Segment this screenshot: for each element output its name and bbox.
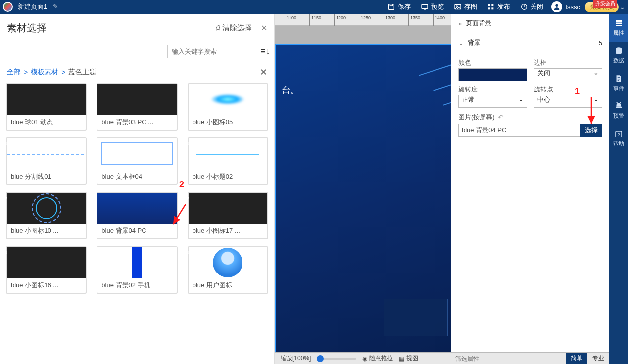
image-path-input[interactable] xyxy=(458,124,580,136)
asset-card[interactable]: 系统 blue 背景02 手机 xyxy=(97,246,177,294)
color-swatch[interactable] xyxy=(458,68,527,81)
asset-card[interactable]: blue 背景03 PC ... xyxy=(97,83,177,131)
tab-simple[interactable]: 简单 xyxy=(566,353,587,364)
free-drag-toggle[interactable]: ◉随意拖拉 xyxy=(362,354,393,363)
tab-pro[interactable]: 专业 xyxy=(587,353,609,364)
upgrade-badge[interactable]: 升级会员 xyxy=(593,0,617,8)
asset-thumb xyxy=(189,84,267,115)
group-title: 背景 xyxy=(468,38,481,47)
svg-rect-6 xyxy=(488,7,490,9)
zoom-slider[interactable] xyxy=(317,358,356,360)
asset-label: blue 小图标17 ... xyxy=(189,224,267,238)
crumb-all[interactable]: 全部 xyxy=(7,68,21,77)
user-menu-chevron-icon[interactable]: ⌄ xyxy=(619,3,628,11)
design-canvas[interactable]: 台。 xyxy=(275,26,451,352)
page-title: 新建页面1 xyxy=(18,3,47,10)
asset-panel-title: 素材选择 xyxy=(7,21,47,35)
sort-button[interactable]: ≡↓ xyxy=(256,42,274,61)
ruler-horizontal: 1100 1150 1200 1250 1300 1350 1400 xyxy=(275,14,451,26)
asset-label: blue 分割线01 xyxy=(7,169,86,184)
preview-button[interactable]: 预览 xyxy=(416,0,449,14)
asset-thumb xyxy=(7,193,86,224)
crumb-templates[interactable]: 模板素材 xyxy=(31,68,58,77)
properties-footer: 简单 专业 xyxy=(451,352,609,364)
chevron-down-icon: ⌄ xyxy=(518,95,524,103)
save-button[interactable]: 保存 xyxy=(383,0,416,14)
save-label: 保存 xyxy=(398,2,411,11)
preview-label: 预览 xyxy=(431,2,444,11)
svg-rect-7 xyxy=(492,7,494,9)
properties-body: 颜色 边框 关闭⌄ 旋转度 正常⌄ 旋转点 中心⌄ 图片(按屏幕) ↶ 选择 xyxy=(451,52,609,142)
asset-thumb xyxy=(189,193,267,224)
tab-properties[interactable]: 属性 xyxy=(609,14,628,42)
asset-label: blue 球01 动态 xyxy=(7,115,86,130)
asset-label: blue 小标题02 xyxy=(189,169,267,184)
chevron-down-icon: ⌄ xyxy=(458,39,464,46)
edit-title-icon[interactable]: ✎ xyxy=(53,3,58,10)
asset-label: blue 背景03 PC ... xyxy=(97,115,176,130)
asset-panel: 素材选择 ⎙ 清除选择 ✕ ≡↓ 全部 > 模板素材 > 蓝色主题 ✕ blue… xyxy=(0,14,275,364)
asset-card[interactable]: blue 小图标05 xyxy=(188,83,268,131)
asset-card[interactable]: 系统 blue 分割线01 xyxy=(6,137,87,185)
asset-card[interactable]: 系统 blue 文本框04 xyxy=(97,137,177,185)
minimap[interactable] xyxy=(384,299,448,336)
user-avatar[interactable] xyxy=(551,1,562,12)
svg-rect-14 xyxy=(616,25,622,26)
asset-thumb xyxy=(7,138,86,169)
section-page-background[interactable]: » 页面背景 xyxy=(451,14,609,33)
rotate-label: 旋转度 xyxy=(458,86,478,93)
asset-label: blue 背景02 手机 xyxy=(97,278,176,293)
breadcrumb-close-icon[interactable]: ✕ xyxy=(260,67,267,78)
tab-data[interactable]: 数据 xyxy=(609,42,628,69)
export-image-button[interactable]: 存图 xyxy=(449,0,482,14)
page-title-wrap: 新建页面1 ✎ xyxy=(16,2,58,11)
group-background[interactable]: ⌄ 背景 5 xyxy=(451,33,609,52)
tab-help[interactable]: ? 帮助 xyxy=(609,125,628,152)
publish-button[interactable]: 发布 xyxy=(482,0,515,14)
asset-panel-close-icon[interactable]: ✕ xyxy=(261,23,267,33)
pivot-select[interactable]: 中心⌄ xyxy=(534,95,603,108)
filter-input[interactable] xyxy=(451,355,566,362)
group-count-badge: 5 xyxy=(599,39,602,46)
help-icon: ? xyxy=(614,130,623,138)
asset-card[interactable]: 系统 blue 背景04 PC xyxy=(97,192,177,239)
canvas-area: 1100 1150 1200 1250 1300 1350 1400 台。 缩放… xyxy=(275,14,451,364)
properties-icon xyxy=(614,19,623,28)
asset-label: blue 小图标16 ... xyxy=(7,278,86,293)
tab-alarm[interactable]: 预警 xyxy=(609,97,628,125)
tab-events[interactable]: 事件 xyxy=(609,69,628,97)
publish-label: 发布 xyxy=(497,2,510,11)
asset-thumb xyxy=(189,247,267,278)
asset-thumb xyxy=(97,138,176,169)
asset-card[interactable]: 系统 blue 小图标17 ... xyxy=(188,192,268,239)
chevron-down-icon: ⌄ xyxy=(593,69,599,76)
asset-search-input[interactable] xyxy=(167,45,256,58)
asset-thumb xyxy=(7,247,86,278)
border-label: 边框 xyxy=(534,59,547,66)
asset-thumb xyxy=(189,138,267,169)
undo-icon[interactable]: ↶ xyxy=(498,113,504,121)
document-icon xyxy=(614,74,623,83)
asset-card[interactable]: 系统 blue 小图标10 ... xyxy=(6,192,87,239)
user-icon xyxy=(553,3,561,11)
rotate-select[interactable]: 正常⌄ xyxy=(458,95,527,108)
clear-selection-button[interactable]: ⎙ 清除选择 xyxy=(216,23,252,33)
asset-search-row: ≡↓ xyxy=(0,42,274,61)
close-button[interactable]: 关闭 xyxy=(515,0,548,14)
asset-card[interactable]: blue 球01 动态 xyxy=(6,83,87,131)
asset-thumb xyxy=(7,84,86,115)
asset-card[interactable]: 系统 blue 小标题02 xyxy=(188,137,268,185)
image-pick-button[interactable]: 选择 xyxy=(580,124,602,136)
username[interactable]: tsssc xyxy=(562,3,583,11)
clear-label: 清除选择 xyxy=(222,23,252,33)
properties-panel: » 页面背景 ⌄ 背景 5 颜色 边框 关闭⌄ 旋转度 正常⌄ 旋转点 中心 xyxy=(451,14,609,364)
view-toggle[interactable]: ▦视图 xyxy=(399,354,418,363)
asset-card[interactable]: 系统 blue 用户图标 xyxy=(188,246,268,294)
asset-grid[interactable]: blue 球01 动态 blue 背景03 PC ... blue 小图标05 … xyxy=(0,83,274,364)
placeholder-text: 台。 xyxy=(282,84,299,96)
border-select[interactable]: 关闭⌄ xyxy=(534,68,603,81)
asset-card[interactable]: 系统 blue 小图标16 ... xyxy=(6,246,87,294)
image-label: 图片(按屏幕) xyxy=(458,113,495,122)
crumb-current: 蓝色主题 xyxy=(68,68,96,77)
alarm-icon xyxy=(614,102,623,111)
